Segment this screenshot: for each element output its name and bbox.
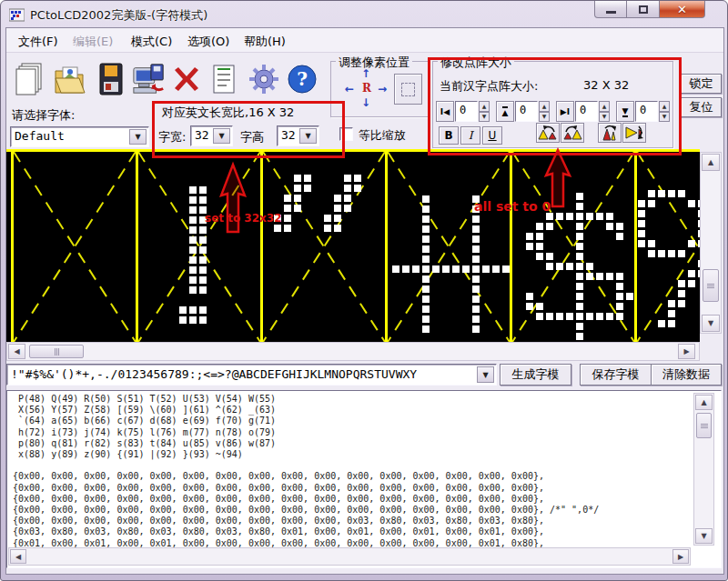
view-code-button[interactable]: [207, 59, 241, 99]
matrix-current-value: 32 X 32: [583, 78, 629, 92]
clear-data-button[interactable]: 清除数据: [651, 364, 722, 386]
svg-text:?: ?: [297, 68, 308, 90]
italic-button[interactable]: I: [460, 126, 480, 145]
chevron-down-icon[interactable]: ▼: [299, 128, 317, 144]
scroll-up-button[interactable]: ▲: [695, 395, 713, 410]
scroll-right-button[interactable]: ▶: [678, 344, 695, 359]
output-vscrollbar[interactable]: ▲ ▼: [693, 393, 714, 546]
clear-data-button-label: 清除数据: [662, 366, 710, 383]
output-text: P(48) Q(49) R(50) S(51) T(52) U(53) V(54…: [7, 391, 721, 549]
ratio-title: 对应英文长宽比,16 X 32: [162, 105, 294, 121]
help-button[interactable]: ?: [285, 59, 319, 99]
scale-checkbox-label: 等比缩放: [359, 127, 406, 144]
scroll-down-button[interactable]: ▼: [702, 315, 720, 332]
rotate-right-button[interactable]: [561, 123, 584, 143]
pad-right-field[interactable]: 0: [575, 101, 598, 122]
pad-right-spinner[interactable]: ▲▼: [599, 101, 610, 122]
menu-options[interactable]: 选项(O): [185, 33, 232, 51]
title-bar[interactable]: PCtoLCD2002完美版-(字符模式) ✕: [1, 1, 727, 28]
app-icon: [9, 7, 25, 22]
generate-button[interactable]: 生成字模: [500, 364, 571, 386]
maximize-icon: [639, 5, 648, 14]
menu-mode[interactable]: 模式(C): [128, 33, 175, 51]
char-width-combo[interactable]: 32 ▼: [190, 125, 233, 146]
rotate-left-button[interactable]: [536, 123, 560, 143]
delete-x-icon: [170, 63, 203, 95]
char-height-combo[interactable]: 32 ▼: [277, 125, 319, 146]
char-height-value: 32: [281, 128, 296, 142]
close-button[interactable]: ✕: [660, 1, 705, 18]
scroll-left-button[interactable]: ◀: [8, 344, 25, 359]
flip-vertical-button[interactable]: [598, 123, 622, 143]
preview-cell: [263, 152, 385, 342]
menu-edit[interactable]: 编辑(E): [70, 33, 116, 51]
pad-bottom-icon: ▼: [622, 106, 629, 117]
output-vscroll-thumb[interactable]: [696, 413, 712, 438]
pad-right-icon: ▶I: [561, 107, 570, 116]
minimize-button[interactable]: [594, 1, 627, 18]
font-select-value: Default: [15, 129, 65, 143]
window-title: PCtoLCD2002完美版-(字符模式): [30, 7, 207, 24]
pad-top-button[interactable]: ▲: [496, 101, 514, 122]
bold-button[interactable]: B: [439, 126, 459, 145]
document-icon: [210, 62, 238, 96]
save-font-button-label: 保存字模: [592, 366, 640, 383]
char-width-value: 32: [195, 128, 209, 142]
arrow-up-icon[interactable]: ↑: [361, 68, 370, 79]
scroll-up-button[interactable]: ▲: [702, 154, 720, 171]
save-button[interactable]: [94, 59, 128, 99]
arrow-left-icon[interactable]: ←: [345, 84, 354, 95]
preview-hscroll-thumb[interactable]: [29, 345, 84, 358]
chevron-down-icon[interactable]: ▼: [477, 366, 494, 383]
close-icon: ✕: [677, 4, 687, 15]
export-pc-icon: [132, 62, 167, 96]
scroll-right-button[interactable]: ▶: [672, 549, 689, 564]
gear-icon: [248, 63, 280, 95]
scroll-down-button[interactable]: ▼: [695, 528, 713, 544]
flip-horizontal-button[interactable]: [622, 123, 646, 143]
menu-help[interactable]: 帮助(H): [241, 33, 288, 51]
matrix-group-title: 修改点阵大小: [438, 55, 514, 71]
lock-button[interactable]: 锁定: [681, 74, 722, 94]
chevron-down-icon[interactable]: ▼: [129, 129, 147, 145]
preview-vscroll-thumb[interactable]: [703, 269, 719, 302]
chevron-down-icon[interactable]: ▼: [213, 128, 230, 144]
pad-top-spinner[interactable]: ▲▼: [539, 101, 550, 122]
font-select-label: 请选择字体:: [12, 107, 75, 124]
reset-button[interactable]: 复位: [681, 97, 722, 117]
preview-cell: [14, 152, 136, 342]
pixel-center-reset[interactable]: R: [362, 83, 371, 94]
preview-vscrollbar[interactable]: ▲ ▼: [700, 152, 722, 334]
open-file-button[interactable]: [53, 59, 87, 99]
output-area[interactable]: P(48) Q(49) R(50) S(51) T(52) U(53) V(54…: [6, 390, 722, 568]
settings-button[interactable]: [247, 59, 281, 99]
scale-checkbox[interactable]: [339, 127, 353, 141]
pad-left-spinner[interactable]: ▲▼: [479, 101, 490, 122]
open-folder-icon: [54, 62, 86, 96]
reset-button-label: 复位: [690, 99, 713, 115]
pad-right-button[interactable]: ▶I: [556, 101, 574, 122]
pad-top-field[interactable]: 0: [515, 101, 538, 122]
pixel-position-title: 调整像素位置: [336, 55, 412, 71]
charset-combo[interactable]: !"#$%&'()*+,-./0123456789:;<=>?@ABCDEFGH…: [6, 364, 497, 386]
output-hscrollbar[interactable]: ◀ ▶: [8, 547, 691, 566]
arrow-down-icon[interactable]: ↓: [361, 97, 370, 108]
menu-file[interactable]: 文件(F): [15, 33, 61, 51]
new-file-button[interactable]: [12, 59, 46, 99]
font-select-combo[interactable]: Default ▼: [10, 126, 149, 147]
delete-button[interactable]: [169, 59, 204, 99]
center-pixels-button[interactable]: [394, 74, 422, 105]
underline-button[interactable]: U: [482, 126, 502, 145]
pad-left-button[interactable]: I◀: [436, 101, 454, 122]
pad-bottom-spinner[interactable]: ▲▼: [659, 101, 670, 122]
export-image-button[interactable]: [132, 59, 167, 99]
preview-hscrollbar[interactable]: ◀ ▶: [6, 342, 700, 361]
maximize-button[interactable]: [627, 1, 660, 18]
arrow-right-icon[interactable]: →: [378, 84, 387, 95]
pad-left-field[interactable]: 0: [455, 101, 478, 122]
save-font-button[interactable]: 保存字模: [580, 364, 652, 386]
preview-canvas[interactable]: [6, 149, 700, 342]
scroll-left-button[interactable]: ◀: [10, 549, 26, 564]
pad-bottom-button[interactable]: ▼: [616, 101, 634, 122]
pad-bottom-field[interactable]: 0: [635, 101, 658, 122]
